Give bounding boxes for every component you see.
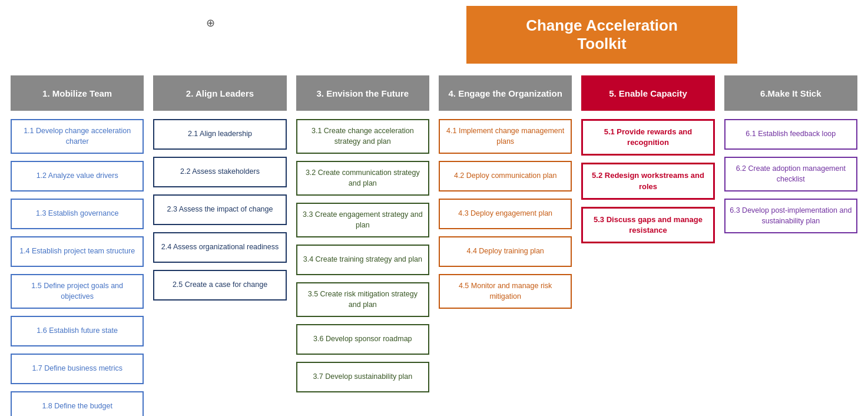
card-5.2[interactable]: 5.2 Redesign workstreams and roles — [581, 163, 714, 199]
card-3.7[interactable]: 3.7 Develop sustainability plan — [296, 362, 429, 392]
card-1.3[interactable]: 1.3 Establish governance — [11, 199, 144, 229]
card-2.2[interactable]: 2.2 Assess stakeholders — [153, 157, 286, 187]
col-header-col2: 2. Align Leaders — [153, 75, 286, 111]
card-1.2[interactable]: 1.2 Analyze value drivers — [11, 161, 144, 192]
card-6.2[interactable]: 6.2 Create adoption management checklist — [724, 157, 857, 192]
card-3.1[interactable]: 3.1 Create change acceleration strategy … — [296, 119, 429, 154]
card-3.2[interactable]: 3.2 Create communication strategy and pl… — [296, 161, 429, 196]
col-header-col1: 1. Mobilize Team — [11, 75, 144, 111]
column-col6: 6.Make It Stick6.1 Establish feedback lo… — [720, 75, 862, 416]
card-1.1[interactable]: 1.1 Develop change acceleration charter — [11, 119, 144, 154]
col-header-col4: 4. Engage the Organization — [439, 75, 572, 111]
card-4.4[interactable]: 4.4 Deploy training plan — [439, 236, 572, 267]
card-1.8[interactable]: 1.8 Define the budget — [11, 391, 144, 416]
card-3.3[interactable]: 3.3 Create engagement strategy and plan — [296, 203, 429, 237]
card-2.3[interactable]: 2.3 Assess the impact of change — [153, 194, 286, 225]
card-3.4[interactable]: 3.4 Create training strategy and plan — [296, 245, 429, 275]
page-title: Change Acceleration Toolkit — [466, 6, 737, 64]
card-1.5[interactable]: 1.5 Define project goals and objectives — [11, 274, 144, 309]
column-col3: 3. Envision the Future3.1 Create change … — [291, 75, 434, 416]
column-col2: 2. Align Leaders2.1 Align leadership2.2 … — [148, 75, 291, 416]
col-header-col6: 6.Make It Stick — [724, 75, 857, 111]
card-2.4[interactable]: 2.4 Assess organizational readiness — [153, 232, 286, 263]
card-6.3[interactable]: 6.3 Develop post-implementation and sust… — [724, 199, 857, 233]
resize-cursor: ⊕ — [206, 16, 215, 29]
column-col1: 1. Mobilize Team1.1 Develop change accel… — [6, 75, 148, 416]
card-5.3[interactable]: 5.3 Discuss gaps and manage resistance — [581, 207, 714, 243]
card-6.1[interactable]: 6.1 Establish feedback loop — [724, 119, 857, 150]
card-2.1[interactable]: 2.1 Align leadership — [153, 119, 286, 150]
card-3.5[interactable]: 3.5 Create risk mitigation strategy and … — [296, 282, 429, 317]
card-4.5[interactable]: 4.5 Monitor and manage risk mitigation — [439, 274, 572, 309]
card-4.2[interactable]: 4.2 Deploy communication plan — [439, 161, 572, 192]
col-header-col5: 5. Enable Capacity — [581, 75, 714, 111]
card-3.6[interactable]: 3.6 Develop sponsor roadmap — [296, 324, 429, 355]
card-4.1[interactable]: 4.1 Implement change management plans — [439, 119, 572, 154]
card-1.6[interactable]: 1.6 Establish future state — [11, 316, 144, 346]
column-col5: 5. Enable Capacity5.1 Provide rewards an… — [577, 75, 719, 416]
card-5.1[interactable]: 5.1 Provide rewards and recognition — [581, 119, 714, 156]
card-1.7[interactable]: 1.7 Define business metrics — [11, 354, 144, 384]
columns-wrapper: 1. Mobilize Team1.1 Develop change accel… — [6, 75, 862, 416]
card-2.5[interactable]: 2.5 Create a case for change — [153, 270, 286, 301]
col-header-col3: 3. Envision the Future — [296, 75, 429, 111]
page-wrapper: ⊕ Change Acceleration Toolkit 1. Mobiliz… — [0, 0, 868, 416]
column-col4: 4. Engage the Organization4.1 Implement … — [434, 75, 577, 416]
card-1.4[interactable]: 1.4 Establish project team structure — [11, 236, 144, 267]
card-4.3[interactable]: 4.3 Deploy engagement plan — [439, 199, 572, 229]
title-area: Change Acceleration Toolkit — [342, 6, 862, 64]
